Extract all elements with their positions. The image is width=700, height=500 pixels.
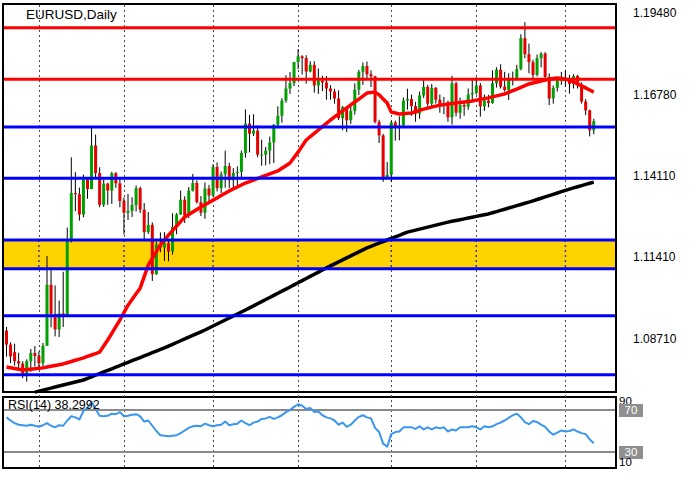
price-tick-label: 1.19480 [633, 7, 676, 20]
price-axis[interactable]: 1.194801.167801.141101.114101.087101.159… [617, 0, 700, 470]
time-axis[interactable]: 20 Mar 202514 May 20259 Jul 20253 Sep 20… [0, 470, 700, 500]
candle-wicks [7, 22, 594, 381]
price-tick-label: 1.08710 [633, 333, 676, 346]
price-tick-label: 1.11410 [633, 251, 676, 264]
trading-chart-window: EURUSD,Daily RSI(14) 38.2992 1.194801.16… [0, 0, 700, 500]
ma-200-line [35, 182, 594, 392]
ma-fast-line [7, 78, 594, 370]
supply-zone[interactable] [4, 240, 615, 269]
rsi-scale-label: 10 [619, 456, 632, 469]
rsi-indicator-label: RSI(14) 38.2992 [8, 398, 100, 412]
rsi-scale-label: 70 [619, 404, 643, 417]
symbol-timeframe-title: EURUSD,Daily [26, 7, 117, 22]
price-tick-label: 1.14110 [633, 170, 676, 183]
price-chart-canvas[interactable] [4, 5, 615, 391]
price-tick-label: 1.16780 [633, 89, 676, 102]
